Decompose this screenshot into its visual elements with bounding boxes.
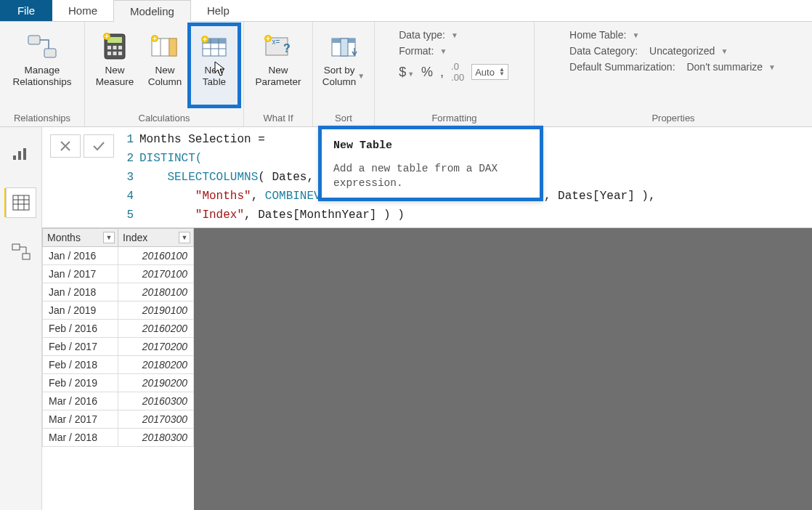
cell-index[interactable]: 20160200	[118, 320, 194, 338]
sort-by-column-label: Sort by Column ▼	[322, 64, 365, 89]
tab-file[interactable]: File	[0, 0, 52, 21]
group-sort-label: Sort	[335, 111, 352, 125]
relationships-icon	[26, 31, 58, 62]
chevron-down-icon: ▼	[451, 31, 458, 39]
column-filter-button[interactable]: ▼	[103, 232, 115, 243]
tooltip-description: Add a new table from a DAX expression.	[333, 161, 528, 190]
cell-months[interactable]: Feb / 2017	[43, 338, 118, 356]
tab-help[interactable]: Help	[191, 0, 245, 21]
group-formatting-label: Formatting	[431, 111, 476, 125]
sort-by-column-button[interactable]: Sort by Column ▼	[317, 25, 370, 89]
table-row[interactable]: Mar / 201820180300	[43, 429, 194, 447]
svg-rect-37	[12, 244, 20, 250]
data-grid[interactable]: Months ▼ Index ▼ Jan / 201620160100Jan /…	[42, 228, 194, 447]
cell-months[interactable]: Feb / 2018	[43, 356, 118, 374]
new-parameter-button[interactable]: x=? New Parameter	[248, 25, 308, 89]
new-column-label: New Column	[148, 64, 182, 89]
chevron-down-icon[interactable]: ▼	[499, 72, 505, 76]
column-filter-button[interactable]: ▼	[179, 232, 190, 243]
commit-formula-button[interactable]	[84, 134, 114, 158]
group-relationships: Manage Relationships Relationships	[0, 22, 85, 126]
model-view-button[interactable]	[7, 238, 36, 267]
cell-months[interactable]: Mar / 2016	[43, 392, 118, 410]
svg-text:?: ?	[283, 42, 291, 54]
thousands-button[interactable]: ,	[440, 65, 444, 80]
report-view-button[interactable]	[7, 139, 36, 168]
table-row[interactable]: Feb / 201720170200	[43, 338, 194, 356]
svg-rect-38	[23, 254, 30, 259]
table-row[interactable]: Jan / 201720170100	[43, 265, 194, 283]
svg-rect-4	[107, 46, 111, 49]
table-row[interactable]: Mar / 201620160300	[43, 392, 194, 410]
table-row[interactable]: Jan / 201820180100	[43, 283, 194, 301]
column-header-index[interactable]: Index ▼	[118, 229, 194, 247]
percent-button[interactable]: %	[421, 65, 433, 80]
svg-rect-0	[28, 36, 40, 44]
cell-months[interactable]: Mar / 2017	[43, 410, 118, 429]
table-row[interactable]: Feb / 201820180200	[43, 356, 194, 374]
cell-months[interactable]: Jan / 2016	[43, 247, 118, 265]
currency-button[interactable]: $▼	[399, 65, 414, 80]
cell-months[interactable]: Jan / 2018	[43, 283, 118, 301]
new-table-icon	[198, 31, 230, 62]
group-relationships-label: Relationships	[14, 111, 70, 125]
tooltip-title: New Table	[333, 137, 528, 155]
new-table-button[interactable]: New Table	[190, 25, 239, 106]
default-summarization-dropdown[interactable]: Default Summarization: Don't summarize▼	[569, 61, 776, 73]
data-grid-area: Months ▼ Index ▼ Jan / 201620160100Jan /…	[42, 228, 812, 510]
cancel-formula-button[interactable]	[50, 134, 81, 158]
new-column-button[interactable]: New Column	[142, 25, 188, 89]
tab-modeling[interactable]: Modeling	[113, 0, 191, 22]
table-row[interactable]: Jan / 201620160100	[43, 247, 194, 265]
manage-relationships-label: Manage Relationships	[12, 64, 71, 89]
data-view-button[interactable]	[7, 188, 36, 217]
svg-rect-6	[118, 46, 122, 49]
cursor-icon	[214, 61, 226, 77]
new-column-icon	[149, 31, 181, 62]
cell-months[interactable]: Jan / 2017	[43, 265, 118, 283]
cell-index[interactable]: 20160300	[118, 392, 194, 410]
view-rail	[0, 127, 42, 510]
table-row[interactable]: Feb / 201620160200	[43, 320, 194, 338]
svg-rect-14	[169, 39, 176, 56]
data-category-dropdown[interactable]: Data Category: Uncategorized▼	[569, 45, 776, 57]
format-dropdown[interactable]: Format:▼	[399, 45, 508, 57]
new-measure-button[interactable]: New Measure	[89, 25, 140, 89]
svg-rect-5	[113, 46, 117, 49]
chevron-down-icon: ▼	[407, 70, 414, 78]
calculator-icon	[99, 31, 131, 62]
svg-text:x=: x=	[272, 38, 280, 46]
decimals-icon: .0.00	[451, 61, 464, 83]
data-type-dropdown[interactable]: Data type:▼	[399, 29, 508, 41]
cell-index[interactable]: 20180200	[118, 356, 194, 374]
cell-index[interactable]: 20180300	[118, 429, 194, 447]
table-row[interactable]: Jan / 201920190100	[43, 301, 194, 320]
decimal-places-stepper[interactable]: Auto ▲▼	[471, 64, 508, 80]
svg-rect-8	[113, 52, 117, 55]
cell-index[interactable]: 20190100	[118, 301, 194, 320]
cell-months[interactable]: Feb / 2019	[43, 374, 118, 392]
cell-months[interactable]: Mar / 2018	[43, 429, 118, 447]
column-header-months[interactable]: Months ▼	[43, 229, 118, 247]
svg-rect-30	[18, 151, 21, 160]
cell-index[interactable]: 20190200	[118, 374, 194, 392]
tab-home[interactable]: Home	[52, 0, 113, 21]
table-row[interactable]: Feb / 201920190200	[43, 374, 194, 392]
cell-months[interactable]: Jan / 2019	[43, 301, 118, 320]
cell-index[interactable]: 20160100	[118, 247, 194, 265]
table-row[interactable]: Mar / 201720170300	[43, 410, 194, 429]
new-table-tooltip: New Table Add a new table from a DAX exp…	[318, 126, 543, 201]
cell-months[interactable]: Feb / 2016	[43, 320, 118, 338]
group-properties: Home Table:▼ Data Category: Uncategorize…	[535, 22, 812, 126]
cell-index[interactable]: 20170100	[118, 265, 194, 283]
cell-index[interactable]: 20180100	[118, 283, 194, 301]
cell-index[interactable]: 20170300	[118, 410, 194, 429]
home-table-dropdown[interactable]: Home Table:▼	[569, 29, 776, 41]
svg-rect-32	[13, 195, 29, 210]
cell-index[interactable]: 20170200	[118, 338, 194, 356]
svg-rect-29	[13, 155, 16, 160]
dax-editor[interactable]: 1Months Selection = 2DISTINCT( 3 SELECTC…	[122, 127, 812, 227]
manage-relationships-button[interactable]: Manage Relationships	[4, 25, 80, 89]
ribbon: Manage Relationships Relationships New M…	[0, 22, 812, 127]
chevron-down-icon: ▼	[439, 47, 447, 55]
